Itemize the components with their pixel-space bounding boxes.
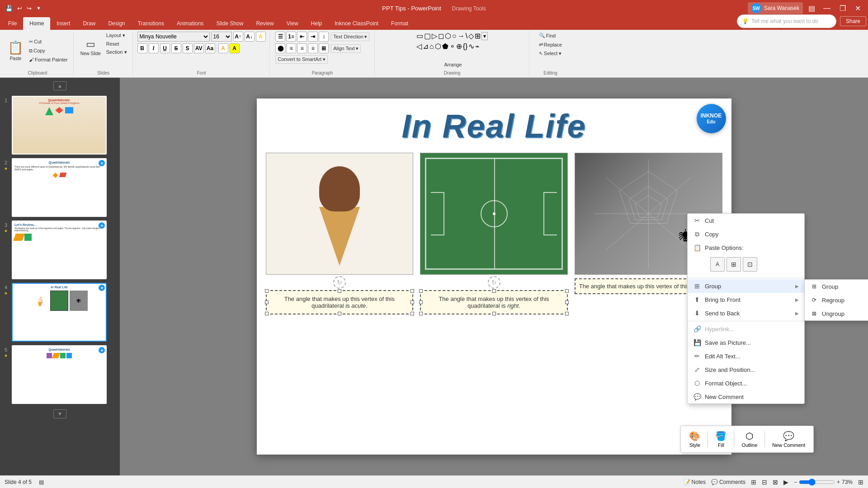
tab-design[interactable]: Design: [102, 17, 131, 30]
shape-expand-icon[interactable]: ⊞: [475, 32, 481, 40]
underline-button[interactable]: U: [160, 43, 170, 53]
tab-review[interactable]: Review: [250, 17, 280, 30]
ctx-send-back[interactable]: ⬇ Send to Back ▶: [688, 306, 804, 320]
slide-image-4[interactable]: ★ In Real Life 🍦 🕷: [12, 283, 107, 342]
text-box-2[interactable]: The angle that makes up this vertex of t…: [420, 290, 568, 314]
cut-button[interactable]: ✂ Cut: [27, 38, 70, 46]
view-presenter-icon[interactable]: ▶: [783, 479, 788, 486]
format-painter-button[interactable]: 🖌 Format Painter: [27, 56, 70, 63]
tab-help[interactable]: Help: [305, 17, 329, 30]
fit-slide-button[interactable]: ⊞: [858, 479, 863, 486]
ctx-copy[interactable]: ⧉ Copy: [688, 227, 804, 241]
tab-animations[interactable]: Animations: [170, 17, 210, 30]
shapes-dropdown[interactable]: ▾: [481, 32, 488, 40]
change-case-button[interactable]: Aa: [205, 43, 215, 53]
text-direction-button[interactable]: Text Direction ▾: [331, 33, 369, 41]
shape-rect-icon[interactable]: ▭: [416, 32, 423, 40]
rotate-handle-1[interactable]: ↻: [333, 276, 346, 289]
handle-mr-1[interactable]: [410, 300, 414, 304]
shape-rounded-icon[interactable]: ▢: [424, 32, 431, 40]
paste-btn-3[interactable]: ⊡: [743, 257, 757, 272]
scroll-down-button[interactable]: ▼: [53, 409, 67, 418]
shape11-icon[interactable]: ⌁: [475, 42, 480, 51]
tab-slideshow[interactable]: Slide Show: [210, 17, 250, 30]
notes-button[interactable]: 📝 Notes: [684, 479, 706, 485]
tab-inknoe[interactable]: Inknoe ClassPoint: [328, 17, 385, 30]
save-icon[interactable]: 💾: [5, 5, 14, 12]
rotate-handle-2[interactable]: ↻: [488, 276, 500, 289]
handle-bl-2[interactable]: [419, 312, 423, 315]
shape8-icon[interactable]: ⊕: [456, 42, 462, 51]
window-controls[interactable]: — ❐ ✕: [821, 4, 863, 13]
paste-btn-1[interactable]: A: [710, 257, 725, 272]
slide-image-5[interactable]: ★ Quadrilaterals: [12, 345, 107, 404]
view-reading-icon[interactable]: ⊠: [773, 479, 778, 486]
shape10-icon[interactable]: ∿: [468, 42, 474, 51]
shape2-icon[interactable]: ◁: [416, 42, 422, 51]
handle-tl-2[interactable]: [419, 289, 423, 293]
shape3-icon[interactable]: ⊿: [423, 42, 429, 51]
highlight-button[interactable]: A: [230, 43, 240, 53]
sub-group[interactable]: ⊞ Group: [805, 280, 868, 293]
cols-button[interactable]: ⊞: [319, 43, 329, 53]
shape-arrow-icon[interactable]: →: [458, 32, 465, 40]
shape4-icon[interactable]: ⌂: [429, 42, 434, 51]
section-button[interactable]: Section ▾: [104, 48, 129, 56]
close-button[interactable]: ✕: [852, 4, 863, 13]
shape-tri-icon[interactable]: ▷: [432, 32, 437, 40]
comments-button[interactable]: 💬 Comments: [711, 479, 745, 485]
ctx-bring-front[interactable]: ⬆ Bring to Front ▶: [688, 293, 804, 306]
tab-view[interactable]: View: [280, 17, 305, 30]
sub-ungroup[interactable]: ⊠ Ungroup: [805, 307, 868, 320]
shape5-icon[interactable]: ⬡: [435, 42, 441, 51]
new-slide-button[interactable]: ▭ New Slide: [78, 32, 103, 62]
shape-circle-icon[interactable]: ○: [452, 32, 457, 40]
decrease-indent-button[interactable]: ⇤: [297, 32, 307, 42]
font-color-button[interactable]: A: [218, 43, 228, 53]
slide-image-1[interactable]: Quadrilaterals: A Parade of Four-Sided P…: [12, 96, 107, 155]
layout-button[interactable]: Layout ▾: [104, 32, 129, 39]
slide-thumb-3[interactable]: 3 ★ ★ Let's Review... All polygons are m…: [3, 221, 117, 279]
convert-smartart-button[interactable]: Convert to SmartArt ▾: [275, 55, 328, 64]
ctx-save-picture[interactable]: 💾 Save as Picture...: [688, 336, 804, 349]
image-box-2[interactable]: [420, 153, 568, 275]
ctx-edit-alt[interactable]: ✏ Edit Alt Text...: [688, 349, 804, 363]
tb-outline-button[interactable]: ⬡ Outline: [738, 429, 761, 450]
handle-bm-1[interactable]: [338, 312, 341, 315]
tab-format[interactable]: Format: [385, 17, 415, 30]
find-button[interactable]: 🔍 Find: [537, 32, 557, 39]
italic-button[interactable]: I: [149, 43, 159, 53]
tab-insert[interactable]: Insert: [50, 17, 76, 30]
handle-br-2[interactable]: [565, 312, 569, 315]
handle-ml-1[interactable]: [265, 300, 269, 304]
decrease-font-button[interactable]: A↓: [245, 32, 255, 42]
slide-thumb-2[interactable]: 2 ★ ★ Quadrilaterals There are many diff…: [3, 158, 117, 217]
tab-transitions[interactable]: Transitions: [132, 17, 170, 30]
increase-indent-button[interactable]: ⇥: [308, 32, 318, 42]
handle-tm-1[interactable]: [338, 289, 341, 293]
handle-tl-1[interactable]: [265, 289, 269, 293]
handle-bm-2[interactable]: [492, 312, 496, 315]
ctx-paste-options[interactable]: 📋 Paste Options: A ⊞ ⊡: [688, 241, 804, 277]
redo-icon[interactable]: ↪: [26, 5, 33, 12]
ctx-group[interactable]: ⊞ Group ▶ ⊞ Group ⟳ Regroup ⊠ Ungroup: [688, 279, 804, 293]
font-size-select[interactable]: 16: [211, 32, 232, 42]
view-slide-sorter-icon[interactable]: ⊟: [762, 479, 767, 486]
handle-tr-2[interactable]: [565, 289, 569, 293]
paste-btn-2[interactable]: ⊞: [726, 257, 741, 272]
justify-button[interactable]: ≡: [308, 43, 318, 53]
tab-file[interactable]: File: [2, 17, 23, 30]
strikethrough-button[interactable]: S: [171, 43, 181, 53]
align-right-button[interactable]: ≡: [297, 43, 307, 53]
ctx-cut[interactable]: ✂ Cut: [688, 214, 804, 227]
canvas-area[interactable]: INKNOE Edu In Real Life: [120, 78, 868, 475]
clear-format-button[interactable]: A: [256, 32, 266, 42]
tb-style-button[interactable]: 🎨 Style: [685, 429, 704, 450]
handle-ml-2[interactable]: [419, 300, 423, 304]
view-normal-icon[interactable]: ⊞: [751, 479, 756, 486]
copy-button[interactable]: ⧉ Copy: [27, 47, 70, 55]
arrange-button[interactable]: Arrange: [436, 58, 469, 71]
char-spacing-button[interactable]: AV: [194, 43, 204, 53]
shadow-button[interactable]: S: [183, 43, 193, 53]
shape-diamond-icon[interactable]: ◇: [468, 32, 474, 40]
